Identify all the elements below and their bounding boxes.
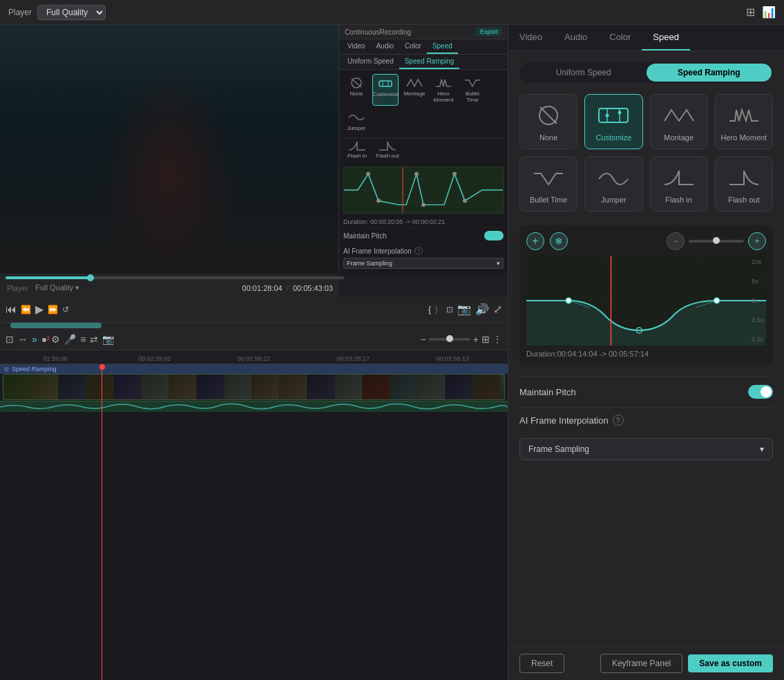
video-container (0, 25, 338, 274)
timeline-btn-7[interactable]: ≡ (80, 334, 86, 345)
svg-point-9 (366, 172, 370, 176)
tab-video[interactable]: Video (508, 25, 553, 50)
quality-btn: Full Quality ▾ (34, 282, 81, 294)
fullscreen-btn[interactable]: ⤢ (493, 303, 502, 316)
timeline-btn-8[interactable]: ⇄ (90, 334, 98, 345)
ai-help-icon[interactable]: ? (613, 415, 624, 426)
timeline-btn-4[interactable]: ● 2 (41, 334, 47, 345)
inner-tab-color[interactable]: Color (399, 39, 427, 54)
tab-color[interactable]: Color (598, 25, 642, 50)
playhead (102, 364, 102, 680)
loop-btn[interactable]: ↺ (62, 305, 69, 314)
time-display: 00:01:28:04 / 00:05:43:03 (242, 284, 333, 292)
playback-bar: ⏮ ⏪ ▶ ⏩ ↺ { } ⊡ 📷 🔊 ⤢ (0, 296, 508, 323)
inner-preset-customize[interactable]: Customize (372, 74, 399, 106)
speed-ramping-tab[interactable]: Speed Ramping (647, 64, 772, 82)
more-btn[interactable]: ⋮ (493, 334, 502, 345)
top-bar: Player Full Quality ⊞ 📊 (0, 0, 784, 25)
zoom-minus[interactable]: − (421, 334, 426, 345)
speed-slider[interactable] (689, 240, 744, 243)
quality-select[interactable]: Full Quality (37, 5, 106, 20)
audio-btn[interactable]: 🔊 (475, 303, 489, 316)
timeline-btn-9[interactable]: 📷 (102, 334, 114, 345)
inner-preset-none[interactable]: None (343, 74, 370, 106)
chart-icon[interactable]: 📊 (762, 6, 776, 19)
grid-icon[interactable]: ⊞ (746, 6, 755, 19)
inner-tab-video[interactable]: Video (342, 39, 370, 54)
maintain-pitch-toggle[interactable] (748, 385, 773, 399)
keyframe-panel-button[interactable]: Keyframe Panel (600, 654, 682, 673)
speed-slider-thumb (713, 237, 720, 244)
graph-plus-right-btn[interactable]: + (748, 232, 766, 250)
reset-button[interactable]: Reset (519, 654, 564, 673)
uniform-speed-tab[interactable]: Uniform Speed (521, 64, 647, 82)
thumb-12 (307, 375, 335, 399)
rewind-btn[interactable]: ⏮ (6, 303, 17, 316)
inner-preset-flash-out[interactable]: Flash out (374, 140, 401, 160)
inner-tab-audio[interactable]: Audio (370, 39, 399, 54)
zoom-plus[interactable]: + (473, 334, 479, 345)
timeline-scroll-top[interactable] (0, 323, 508, 328)
play-btn[interactable]: ▶ (35, 303, 44, 316)
save-custom-button[interactable]: Save as custom (688, 654, 773, 672)
inner-preset-jumper[interactable]: Jumper (343, 108, 370, 134)
y-label-10x: 10x (752, 258, 763, 265)
maintain-pitch-label: Maintain Pitch (519, 387, 576, 397)
preset-card-montage[interactable]: Montage (650, 94, 708, 149)
tab-audio[interactable]: Audio (553, 25, 598, 50)
snowflake-btn[interactable]: ❄ (550, 232, 568, 250)
timeline-btn-2[interactable]: ↔ (18, 334, 28, 345)
graph-plus-btn[interactable]: + (526, 232, 544, 250)
frame-dropdown[interactable]: Frame Sampling ▾ (519, 438, 773, 460)
svg-point-13 (452, 172, 457, 176)
preset-card-hero[interactable]: Hero Moment (715, 94, 773, 149)
zoom-slider[interactable] (429, 338, 470, 341)
inner-preset-jumper-label: Jumper (347, 126, 366, 132)
inner-ai-help[interactable]: ? (414, 247, 423, 255)
main-content: ContinuousRecording Export Video Audio C… (0, 25, 784, 680)
thumb-strip (3, 375, 501, 399)
preset-card-flash-out[interactable]: Flash out (715, 156, 773, 211)
overlay-btn[interactable]: ⊡ (446, 305, 453, 314)
inner-ramping-tab[interactable]: Speed Ramping (399, 55, 460, 69)
thumb-10 (252, 375, 280, 399)
preset-card-none[interactable]: None (519, 94, 577, 149)
preset-card-flash-in[interactable]: Flash in (650, 156, 708, 211)
preset-card-bullet[interactable]: Bullet Time (519, 156, 577, 211)
timeline-btn-6[interactable]: 🎤 (64, 334, 76, 345)
track-container: ⊡ Speed Ramping (0, 364, 508, 680)
timeline-btn-1[interactable]: ⊡ (6, 334, 14, 345)
preset-customize-icon (594, 102, 633, 129)
inner-preset-bullet[interactable]: Bullet Time (459, 74, 486, 106)
inner-uniform-tab[interactable]: Uniform Speed (342, 55, 399, 69)
preset-card-jumper[interactable]: Jumper (584, 156, 642, 211)
timeline-btn-3[interactable]: » (32, 334, 37, 345)
flash-in-icon (347, 140, 367, 152)
inner-maintain-label: Maintain Pitch (343, 232, 387, 240)
y-label-5x: 5x (752, 278, 763, 285)
tab-speed[interactable]: Speed (642, 25, 690, 50)
layout-btn[interactable]: ⊞ (481, 334, 490, 345)
zoom-control: − + ⊞ ⋮ (421, 334, 502, 345)
inner-preset-montage[interactable]: Montage (401, 74, 428, 106)
inner-preset-flash-in[interactable]: Flash in (343, 140, 371, 160)
svg-rect-2 (379, 81, 392, 86)
photo-btn[interactable]: 📷 (457, 303, 471, 316)
inner-frame-select[interactable]: Frame Sampling ▾ (343, 258, 504, 269)
inner-tab-speed[interactable]: Speed (427, 39, 458, 54)
y-label-1x: 1x (752, 297, 763, 304)
preset-hero-icon (725, 102, 763, 129)
inner-ai-label: AI Frame Interpolation (343, 247, 412, 255)
progress-bar[interactable] (6, 276, 344, 279)
export-btn[interactable]: Export (476, 28, 502, 36)
graph-minus-btn[interactable]: − (667, 232, 685, 250)
step-forward-btn[interactable]: ⏩ (48, 305, 58, 314)
timeline-btn-5[interactable]: ⚙ (51, 334, 60, 345)
preset-card-customize[interactable]: Customize (584, 94, 642, 149)
y-label-05x: 0.5x (752, 317, 763, 323)
inner-maintain-toggle[interactable] (484, 231, 504, 240)
step-back-btn[interactable]: ⏪ (21, 305, 31, 314)
inner-preset-hero[interactable]: Hero Moment (430, 74, 457, 106)
ai-frame-label: AI Frame Interpolation (519, 415, 609, 426)
inner-speed-tabs: Uniform Speed Speed Ramping (339, 55, 508, 70)
